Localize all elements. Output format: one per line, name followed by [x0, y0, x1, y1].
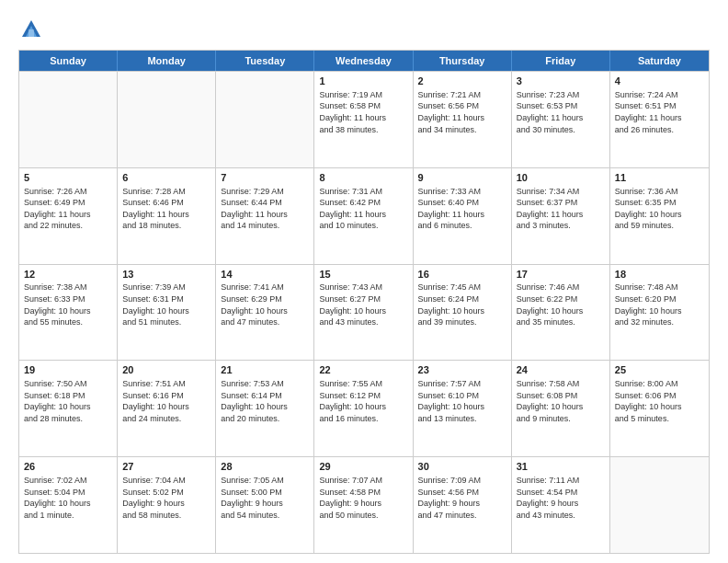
calendar-cell-r0c2 [216, 72, 314, 167]
calendar-cell-r1c2: 7Sunrise: 7:29 AM Sunset: 6:44 PM Daylig… [216, 168, 314, 264]
day-number: 22 [319, 363, 407, 377]
cell-info: Sunrise: 7:19 AM Sunset: 6:58 PM Dayligh… [319, 89, 407, 135]
cell-info: Sunrise: 7:58 AM Sunset: 6:08 PM Dayligh… [517, 378, 605, 424]
calendar-cell-r4c2: 28Sunrise: 7:05 AM Sunset: 5:00 PM Dayli… [216, 457, 314, 553]
cell-info: Sunrise: 7:11 AM Sunset: 4:54 PM Dayligh… [517, 475, 605, 521]
calendar-cell-r3c1: 20Sunrise: 7:51 AM Sunset: 6:16 PM Dayli… [118, 361, 216, 456]
calendar-cell-r0c6: 4Sunrise: 7:24 AM Sunset: 6:51 PM Daylig… [610, 72, 709, 167]
calendar-cell-r0c0 [19, 72, 118, 167]
calendar-row-3: 19Sunrise: 7:50 AM Sunset: 6:18 PM Dayli… [19, 360, 709, 456]
header-day-thursday: Thursday [414, 51, 512, 71]
logo-icon [18, 17, 44, 42]
day-number: 13 [122, 268, 210, 282]
cell-info: Sunrise: 7:50 AM Sunset: 6:18 PM Dayligh… [24, 378, 112, 424]
day-number: 10 [517, 171, 605, 185]
calendar-row-4: 26Sunrise: 7:02 AM Sunset: 5:04 PM Dayli… [19, 456, 709, 553]
calendar-cell-r0c4: 2Sunrise: 7:21 AM Sunset: 6:56 PM Daylig… [414, 72, 512, 167]
header-day-monday: Monday [118, 51, 216, 71]
calendar-cell-r0c5: 3Sunrise: 7:23 AM Sunset: 6:53 PM Daylig… [512, 72, 610, 167]
calendar-cell-r3c5: 24Sunrise: 7:58 AM Sunset: 6:08 PM Dayli… [512, 361, 610, 456]
header [18, 17, 710, 42]
cell-info: Sunrise: 7:45 AM Sunset: 6:24 PM Dayligh… [418, 282, 506, 327]
day-number: 30 [418, 460, 506, 474]
cell-info: Sunrise: 7:55 AM Sunset: 6:12 PM Dayligh… [319, 378, 407, 424]
calendar-cell-r3c6: 25Sunrise: 8:00 AM Sunset: 6:06 PM Dayli… [610, 361, 709, 456]
calendar-cell-r3c3: 22Sunrise: 7:55 AM Sunset: 6:12 PM Dayli… [314, 361, 413, 456]
day-number: 18 [615, 268, 704, 282]
cell-info: Sunrise: 7:33 AM Sunset: 6:40 PM Dayligh… [418, 186, 506, 232]
day-number: 4 [615, 75, 704, 88]
day-number: 8 [319, 171, 407, 185]
day-number: 15 [319, 268, 407, 282]
cell-info: Sunrise: 7:24 AM Sunset: 6:51 PM Dayligh… [615, 89, 704, 135]
calendar-cell-r1c5: 10Sunrise: 7:34 AM Sunset: 6:37 PM Dayli… [512, 168, 610, 264]
cell-info: Sunrise: 7:38 AM Sunset: 6:33 PM Dayligh… [24, 282, 112, 327]
day-number: 6 [122, 171, 210, 185]
day-number: 23 [418, 363, 506, 377]
cell-info: Sunrise: 7:04 AM Sunset: 5:02 PM Dayligh… [122, 475, 210, 521]
day-number: 11 [615, 171, 704, 185]
calendar-cell-r1c6: 11Sunrise: 7:36 AM Sunset: 6:35 PM Dayli… [610, 168, 709, 264]
cell-info: Sunrise: 7:05 AM Sunset: 5:00 PM Dayligh… [221, 475, 309, 521]
calendar-cell-r1c1: 6Sunrise: 7:28 AM Sunset: 6:46 PM Daylig… [118, 168, 216, 264]
calendar-cell-r1c3: 8Sunrise: 7:31 AM Sunset: 6:42 PM Daylig… [314, 168, 413, 264]
cell-info: Sunrise: 7:26 AM Sunset: 6:49 PM Dayligh… [24, 186, 112, 232]
calendar-row-0: 1Sunrise: 7:19 AM Sunset: 6:58 PM Daylig… [19, 71, 709, 167]
calendar-body: 1Sunrise: 7:19 AM Sunset: 6:58 PM Daylig… [19, 71, 709, 553]
cell-info: Sunrise: 7:53 AM Sunset: 6:14 PM Dayligh… [221, 378, 309, 424]
calendar-cell-r3c4: 23Sunrise: 7:57 AM Sunset: 6:10 PM Dayli… [414, 361, 512, 456]
calendar-cell-r2c0: 12Sunrise: 7:38 AM Sunset: 6:33 PM Dayli… [19, 265, 118, 361]
day-number: 28 [221, 460, 309, 474]
day-number: 25 [615, 363, 704, 377]
day-number: 21 [221, 363, 309, 377]
calendar-cell-r4c1: 27Sunrise: 7:04 AM Sunset: 5:02 PM Dayli… [118, 457, 216, 553]
header-day-tuesday: Tuesday [216, 51, 314, 71]
day-number: 3 [517, 75, 605, 88]
cell-info: Sunrise: 7:36 AM Sunset: 6:35 PM Dayligh… [615, 186, 704, 232]
cell-info: Sunrise: 7:02 AM Sunset: 5:04 PM Dayligh… [24, 475, 112, 521]
day-number: 19 [24, 363, 112, 377]
calendar-cell-r2c3: 15Sunrise: 7:43 AM Sunset: 6:27 PM Dayli… [314, 265, 413, 361]
calendar-cell-r2c1: 13Sunrise: 7:39 AM Sunset: 6:31 PM Dayli… [118, 265, 216, 361]
calendar-cell-r4c6 [610, 457, 709, 553]
header-day-friday: Friday [512, 51, 610, 71]
day-number: 14 [221, 268, 309, 282]
calendar-cell-r0c1 [118, 72, 216, 167]
logo [18, 17, 48, 42]
cell-info: Sunrise: 7:43 AM Sunset: 6:27 PM Dayligh… [319, 282, 407, 327]
day-number: 7 [221, 171, 309, 185]
day-number: 20 [122, 363, 210, 377]
calendar-cell-r4c4: 30Sunrise: 7:09 AM Sunset: 4:56 PM Dayli… [414, 457, 512, 553]
page: SundayMondayTuesdayWednesdayThursdayFrid… [0, 0, 728, 563]
cell-info: Sunrise: 7:39 AM Sunset: 6:31 PM Dayligh… [122, 282, 210, 327]
calendar-cell-r2c6: 18Sunrise: 7:48 AM Sunset: 6:20 PM Dayli… [610, 265, 709, 361]
day-number: 1 [319, 75, 407, 88]
calendar-cell-r4c0: 26Sunrise: 7:02 AM Sunset: 5:04 PM Dayli… [19, 457, 118, 553]
cell-info: Sunrise: 7:23 AM Sunset: 6:53 PM Dayligh… [517, 89, 605, 135]
calendar-cell-r2c4: 16Sunrise: 7:45 AM Sunset: 6:24 PM Dayli… [414, 265, 512, 361]
cell-info: Sunrise: 7:57 AM Sunset: 6:10 PM Dayligh… [418, 378, 506, 424]
calendar-cell-r0c3: 1Sunrise: 7:19 AM Sunset: 6:58 PM Daylig… [314, 72, 413, 167]
calendar: SundayMondayTuesdayWednesdayThursdayFrid… [18, 50, 710, 554]
day-number: 9 [418, 171, 506, 185]
cell-info: Sunrise: 7:21 AM Sunset: 6:56 PM Dayligh… [418, 89, 506, 135]
header-day-wednesday: Wednesday [314, 51, 413, 71]
cell-info: Sunrise: 7:48 AM Sunset: 6:20 PM Dayligh… [615, 282, 704, 327]
calendar-cell-r1c0: 5Sunrise: 7:26 AM Sunset: 6:49 PM Daylig… [19, 168, 118, 264]
day-number: 26 [24, 460, 112, 474]
cell-info: Sunrise: 8:00 AM Sunset: 6:06 PM Dayligh… [615, 378, 704, 424]
day-number: 12 [24, 268, 112, 282]
cell-info: Sunrise: 7:41 AM Sunset: 6:29 PM Dayligh… [221, 282, 309, 327]
day-number: 16 [418, 268, 506, 282]
cell-info: Sunrise: 7:51 AM Sunset: 6:16 PM Dayligh… [122, 378, 210, 424]
header-day-sunday: Sunday [19, 51, 118, 71]
calendar-cell-r1c4: 9Sunrise: 7:33 AM Sunset: 6:40 PM Daylig… [414, 168, 512, 264]
cell-info: Sunrise: 7:09 AM Sunset: 4:56 PM Dayligh… [418, 475, 506, 521]
calendar-cell-r3c0: 19Sunrise: 7:50 AM Sunset: 6:18 PM Dayli… [19, 361, 118, 456]
day-number: 17 [517, 268, 605, 282]
calendar-cell-r4c3: 29Sunrise: 7:07 AM Sunset: 4:58 PM Dayli… [314, 457, 413, 553]
calendar-row-2: 12Sunrise: 7:38 AM Sunset: 6:33 PM Dayli… [19, 264, 709, 361]
calendar-cell-r4c5: 31Sunrise: 7:11 AM Sunset: 4:54 PM Dayli… [512, 457, 610, 553]
svg-rect-2 [28, 29, 34, 37]
cell-info: Sunrise: 7:31 AM Sunset: 6:42 PM Dayligh… [319, 186, 407, 232]
